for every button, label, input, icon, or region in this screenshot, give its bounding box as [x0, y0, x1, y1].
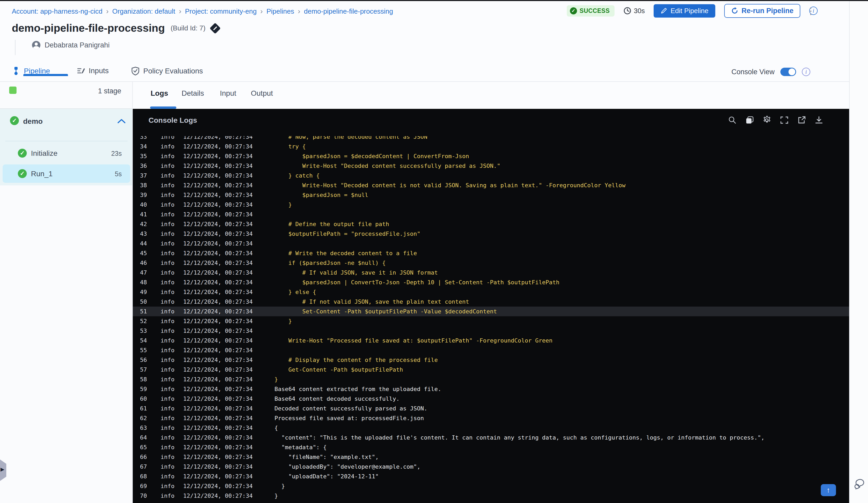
log-line-51[interactable]: 51info12/12/2024, 00:27:34 Set-Content -… — [133, 306, 849, 316]
log-level: info — [161, 297, 175, 306]
log-level: info — [161, 326, 175, 336]
download-icon[interactable] — [814, 115, 824, 125]
tab-output[interactable]: Output — [251, 89, 273, 97]
breadcrumb-link[interactable]: Account: app-harness-ng-cicd — [12, 7, 102, 15]
copy-icon[interactable] — [745, 115, 755, 125]
log-line-53[interactable]: 53info12/12/2024, 00:27:34 — [133, 326, 849, 336]
log-line-39[interactable]: 39info12/12/2024, 00:27:34 $parsedJson =… — [133, 190, 849, 200]
step-initialize[interactable]: ✓ Initialize 23s — [3, 144, 130, 163]
help-chat-icon[interactable] — [853, 478, 866, 491]
log-line-61[interactable]: 61info12/12/2024, 00:27:34Decoded conten… — [133, 404, 849, 413]
log-line-56[interactable]: 56info12/12/2024, 00:27:34 # Display the… — [133, 355, 849, 365]
page-header: Account: app-harness-ng-cicd›Organizatio… — [0, 1, 849, 64]
log-line-37[interactable]: 37info12/12/2024, 00:27:34 } catch { — [133, 171, 849, 180]
log-line-63[interactable]: 63info12/12/2024, 00:27:34{ — [133, 423, 849, 433]
log-message: $outputFilePath = "processedFile.json" — [275, 229, 420, 239]
log-line-70[interactable]: 70info12/12/2024, 00:27:34} — [133, 491, 849, 501]
step-detail-tab-bar: Logs Details Input Output — [133, 82, 849, 109]
log-level: info — [161, 142, 175, 151]
log-message: } — [275, 200, 292, 210]
log-line-46[interactable]: 46info12/12/2024, 00:27:34 if ($parsedJs… — [133, 258, 849, 268]
log-line-66[interactable]: 66info12/12/2024, 00:27:34 "fileName": "… — [133, 452, 849, 462]
log-level: info — [161, 481, 175, 491]
open-in-new-icon[interactable] — [797, 115, 807, 125]
log-level: info — [161, 394, 175, 404]
log-line-36[interactable]: 36info12/12/2024, 00:27:34 Write-Host "D… — [133, 161, 849, 171]
search-icon[interactable] — [727, 115, 737, 125]
edit-pipeline-button[interactable]: Edit Pipeline — [654, 4, 715, 18]
log-line-47[interactable]: 47info12/12/2024, 00:27:34 # If valid JS… — [133, 268, 849, 277]
log-message: Write-Host "Decoded content successfully… — [275, 161, 500, 171]
tab-pipeline[interactable]: Pipeline — [12, 66, 50, 75]
log-line-48[interactable]: 48info12/12/2024, 00:27:34 $parsedJson |… — [133, 277, 849, 287]
tab-details[interactable]: Details — [182, 89, 204, 97]
settings-gear-icon[interactable] — [762, 115, 772, 125]
log-level: info — [161, 136, 175, 142]
stage-card: ✓ demo ✓ Initialize 23s ✓ Run_1 5s — [0, 109, 132, 186]
log-line-67[interactable]: 67info12/12/2024, 00:27:34 "uploadedBy":… — [133, 462, 849, 472]
log-line-59[interactable]: 59info12/12/2024, 00:27:34Base64 content… — [133, 384, 849, 394]
log-timestamp: 12/12/2024, 00:27:34 — [183, 297, 253, 306]
log-line-68[interactable]: 68info12/12/2024, 00:27:34 "uploadDate":… — [133, 472, 849, 481]
log-line-69[interactable]: 69info12/12/2024, 00:27:34 } — [133, 481, 849, 491]
stage-count-row: 1 stage — [0, 82, 132, 109]
log-message: } — [275, 491, 278, 501]
log-line-50[interactable]: 50info12/12/2024, 00:27:34 # If not vali… — [133, 297, 849, 306]
page-title: demo-pipeline-file-processing — [12, 22, 165, 34]
log-message: # Write the decoded content to a file — [275, 248, 417, 258]
log-level: info — [161, 306, 175, 316]
log-timestamp: 12/12/2024, 00:27:34 — [183, 268, 253, 277]
log-timestamp: 12/12/2024, 00:27:34 — [183, 423, 253, 433]
log-line-43[interactable]: 43info12/12/2024, 00:27:34 $outputFilePa… — [133, 229, 849, 239]
shield-check-icon — [131, 66, 140, 75]
tab-inputs[interactable]: Inputs — [76, 66, 108, 75]
log-line-44[interactable]: 44info12/12/2024, 00:27:34 — [133, 239, 849, 248]
log-line-49[interactable]: 49info12/12/2024, 00:27:34 } else { — [133, 287, 849, 297]
tab-input[interactable]: Input — [220, 89, 236, 97]
log-line-62[interactable]: 62info12/12/2024, 00:27:34Processed file… — [133, 413, 849, 423]
stage-group-demo[interactable]: ✓ demo — [0, 109, 132, 141]
console-view-toggle[interactable] — [781, 68, 796, 76]
log-line-64[interactable]: 64info12/12/2024, 00:27:34 "content": "T… — [133, 433, 849, 442]
log-line-58[interactable]: 58info12/12/2024, 00:27:34} — [133, 375, 849, 384]
log-line-55[interactable]: 55info12/12/2024, 00:27:34 — [133, 345, 849, 355]
breadcrumb-link[interactable]: demo-pipeline-file-processing — [304, 7, 393, 15]
log-timestamp: 12/12/2024, 00:27:34 — [183, 491, 253, 501]
scroll-to-top-button[interactable]: ↑ — [821, 484, 836, 496]
breadcrumb-link[interactable]: Pipelines — [266, 7, 294, 15]
log-line-57[interactable]: 57info12/12/2024, 00:27:34 Get-Content -… — [133, 365, 849, 375]
log-message: } else { — [275, 287, 316, 297]
log-line-60[interactable]: 60info12/12/2024, 00:27:34Base64 content… — [133, 394, 849, 404]
log-line-number: 67 — [136, 462, 147, 472]
step-run-1[interactable]: ✓ Run_1 5s — [3, 165, 130, 183]
log-line-35[interactable]: 35info12/12/2024, 00:27:34 $parsedJson =… — [133, 151, 849, 161]
log-line-33[interactable]: 33info12/12/2024, 00:27:34 # Now, parse … — [133, 136, 849, 142]
log-line-38[interactable]: 38info12/12/2024, 00:27:34 Write-Host "D… — [133, 180, 849, 190]
breadcrumb-link[interactable]: Organization: default — [112, 7, 175, 15]
log-timestamp: 12/12/2024, 00:27:34 — [183, 326, 253, 336]
log-line-number: 63 — [136, 423, 147, 433]
log-line-40[interactable]: 40info12/12/2024, 00:27:34 } — [133, 200, 849, 210]
tab-policy-evaluations-label: Policy Evaluations — [143, 67, 203, 75]
log-timestamp: 12/12/2024, 00:27:34 — [183, 277, 253, 287]
fullscreen-icon[interactable] — [779, 115, 789, 125]
log-line-34[interactable]: 34info12/12/2024, 00:27:34 try { — [133, 142, 849, 151]
console-view-info-icon[interactable]: i — [802, 68, 810, 76]
log-line-65[interactable]: 65info12/12/2024, 00:27:34 "metadata": { — [133, 442, 849, 452]
log-line-45[interactable]: 45info12/12/2024, 00:27:34 # Write the d… — [133, 248, 849, 258]
rerun-pipeline-button[interactable]: Re-run Pipeline — [724, 4, 800, 18]
tab-policy-evaluations[interactable]: Policy Evaluations — [131, 66, 203, 75]
log-timestamp: 12/12/2024, 00:27:34 — [183, 355, 253, 365]
chevron-up-icon[interactable] — [117, 118, 126, 124]
breadcrumb-link[interactable]: Project: community-eng — [185, 7, 257, 15]
log-level: info — [161, 413, 175, 423]
log-line-52[interactable]: 52info12/12/2024, 00:27:34 } — [133, 316, 849, 326]
log-level: info — [161, 384, 175, 394]
log-line-42[interactable]: 42info12/12/2024, 00:27:34 # Define the … — [133, 219, 849, 229]
log-line-number: 49 — [136, 287, 147, 297]
tab-logs[interactable]: Logs — [151, 89, 168, 97]
log-line-54[interactable]: 54info12/12/2024, 00:27:34 Write-Host "P… — [133, 336, 849, 345]
more-options-kebab-icon[interactable]: ⋮ — [806, 6, 816, 16]
log-message: "uploadedBy": "developer@example.com", — [275, 462, 420, 472]
log-line-41[interactable]: 41info12/12/2024, 00:27:34 — [133, 210, 849, 219]
